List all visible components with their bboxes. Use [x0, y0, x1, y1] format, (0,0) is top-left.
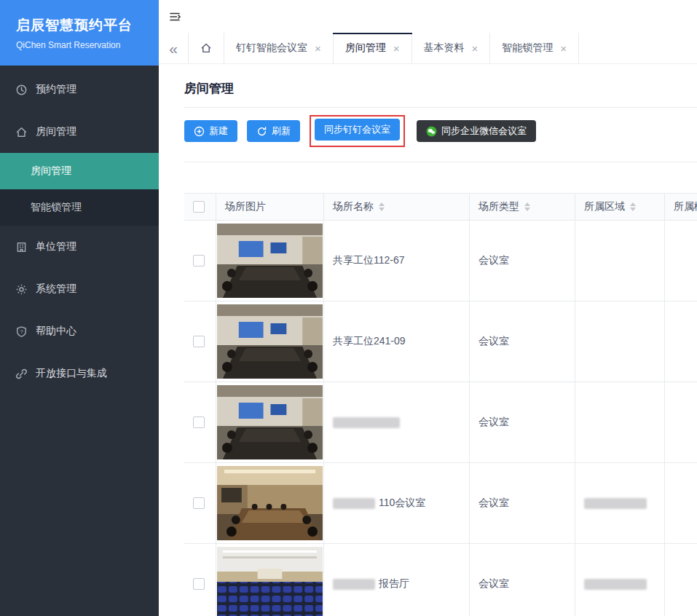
- room-photo-cell: [216, 221, 324, 301]
- room-type-cell: 会议室: [470, 221, 575, 301]
- room-name-cell: [324, 382, 470, 462]
- sort-asc-icon[interactable]: [630, 202, 636, 206]
- redacted-text: [584, 579, 647, 590]
- sidebar-item-label: 预约管理: [36, 83, 76, 96]
- col-header-name[interactable]: 场所名称: [324, 194, 470, 220]
- close-icon[interactable]: ×: [315, 43, 321, 54]
- row-select-cell: [184, 221, 216, 301]
- room-type: 会议室: [479, 416, 509, 429]
- room-type-cell: 会议室: [470, 463, 575, 543]
- sidebar-item-开放接口与集成[interactable]: 开放接口与集成: [0, 352, 159, 395]
- col-label: 场所名称: [333, 200, 374, 213]
- collapse-tabs-icon[interactable]: «: [159, 33, 189, 63]
- room-name: 110会议室: [379, 497, 425, 510]
- tab-list-host: 钉钉智能会议室 × 房间管理 × 基本资料 × 智能锁管理 ×: [224, 33, 579, 63]
- room-type: 会议室: [479, 497, 509, 510]
- tab-钉钉智能会议室[interactable]: 钉钉智能会议室 ×: [224, 33, 334, 63]
- sort-control[interactable]: [630, 202, 636, 211]
- sidebar-header: 启辰智慧预约平台 QiChen Smart Reservation: [0, 0, 159, 66]
- app-window: 启辰智慧预约平台 QiChen Smart Reservation 预约管理 房…: [0, 0, 697, 616]
- collapse-sidebar-icon[interactable]: [168, 10, 181, 23]
- col-header-region[interactable]: 所属区域: [575, 194, 665, 220]
- room-floor-cell: [665, 301, 697, 382]
- sidebar-item-单位管理[interactable]: 单位管理: [0, 226, 159, 268]
- close-icon[interactable]: ×: [393, 43, 400, 54]
- sync-dingtalk-button[interactable]: 同步钉钉会议室: [315, 119, 400, 141]
- page-content: 房间管理 新建: [159, 64, 697, 616]
- main-area: « 钉钉智能会议室 × 房间管理 × 基本资料 × 智能锁管理 × 房间管理: [159, 0, 697, 616]
- row-checkbox[interactable]: [193, 416, 205, 428]
- tab-label: 智能锁管理: [502, 42, 553, 55]
- sidebar-item-预约管理[interactable]: 预约管理: [0, 68, 159, 111]
- sidebar-item-房间管理[interactable]: 房间管理: [0, 111, 159, 153]
- tab-label: 房间管理: [345, 42, 386, 55]
- room-photo-auditorium-blue: [217, 547, 323, 616]
- sort-control[interactable]: [379, 202, 385, 211]
- reservation-icon: [15, 84, 28, 96]
- tab-基本资料[interactable]: 基本资料 ×: [412, 33, 491, 63]
- row-checkbox[interactable]: [193, 336, 205, 347]
- sidebar-item-帮助中心[interactable]: ? 帮助中心: [0, 310, 159, 352]
- tab-bar: « 钉钉智能会议室 × 房间管理 × 基本资料 × 智能锁管理 ×: [159, 33, 697, 64]
- room-type: 会议室: [479, 254, 509, 267]
- sidebar-subitem-label: 智能锁管理: [31, 201, 82, 214]
- close-icon[interactable]: ×: [472, 43, 479, 54]
- room-type: 会议室: [479, 577, 509, 591]
- row-checkbox[interactable]: [193, 497, 205, 509]
- room-name-cell: 共享工位241-09: [324, 301, 470, 382]
- sort-asc-icon[interactable]: [379, 202, 385, 206]
- room-name: 共享工位241-09: [333, 335, 406, 348]
- sidebar-subitem-智能锁管理[interactable]: 智能锁管理: [0, 189, 159, 226]
- select-all-checkbox[interactable]: [193, 201, 205, 213]
- room-name-cell: 110会议室: [324, 463, 470, 543]
- row-checkbox[interactable]: [193, 578, 205, 590]
- close-icon[interactable]: ×: [560, 43, 567, 54]
- col-label: 所属区域: [584, 200, 625, 213]
- table-body: 共享工位112-67 会议室 共享工位241-09 会议室 会议室: [184, 221, 697, 616]
- topbar: [159, 0, 697, 33]
- sort-asc-icon[interactable]: [524, 202, 530, 206]
- row-select-cell: [184, 382, 216, 462]
- tab-房间管理[interactable]: 房间管理 ×: [334, 33, 412, 63]
- table-row: 会议室: [184, 382, 697, 463]
- col-header-floor[interactable]: 所属楼层: [665, 194, 697, 220]
- sort-desc-icon[interactable]: [379, 208, 385, 211]
- sidebar-subitem-房间管理[interactable]: 房间管理: [0, 153, 159, 189]
- room-floor-cell: [665, 382, 697, 462]
- tab-home[interactable]: [189, 33, 224, 63]
- building-icon: [15, 241, 28, 253]
- toolbar: 新建 刷新 同步钉钉会议室: [184, 115, 697, 147]
- sort-control[interactable]: [524, 202, 530, 211]
- rooms-table: 场所图片 场所名称 场所类型 所属区域 所属楼层: [184, 193, 697, 616]
- col-label: 所属楼层: [674, 200, 697, 213]
- room-region-cell: [575, 221, 665, 301]
- room-photo-meeting-room-dark: [217, 304, 323, 379]
- refresh-button[interactable]: 刷新: [247, 120, 300, 142]
- home-icon: [15, 126, 28, 138]
- sidebar-item-系统管理[interactable]: 系统管理: [0, 268, 159, 310]
- redacted-text: [584, 498, 647, 509]
- row-select-cell: [184, 463, 216, 543]
- sidebar-item-label: 帮助中心: [36, 325, 76, 338]
- new-button[interactable]: 新建: [184, 120, 237, 142]
- refresh-icon: [256, 126, 267, 137]
- wechat-icon: [426, 126, 437, 137]
- room-name-cell: 报告厅: [324, 544, 470, 616]
- col-header-type[interactable]: 场所类型: [470, 194, 575, 220]
- tab-智能锁管理[interactable]: 智能锁管理 ×: [490, 33, 579, 63]
- sidebar-item-label: 系统管理: [36, 283, 76, 296]
- sort-desc-icon[interactable]: [630, 208, 636, 211]
- table-row: 共享工位241-09 会议室: [184, 301, 697, 382]
- help-icon: ?: [15, 325, 28, 338]
- sidebar-item-label: 开放接口与集成: [36, 367, 107, 380]
- sort-desc-icon[interactable]: [524, 208, 530, 211]
- sync-wechat-button[interactable]: 同步企业微信会议室: [417, 120, 536, 142]
- refresh-button-label: 刷新: [272, 125, 291, 138]
- row-checkbox[interactable]: [193, 255, 205, 266]
- col-label: 场所类型: [479, 200, 519, 213]
- sidebar-menu: 预约管理 房间管理 房间管理 智能锁管理 单位管理 系统管理 ? 帮助中心 开放…: [0, 66, 159, 395]
- col-label: 场所图片: [225, 200, 266, 213]
- link-icon: [15, 368, 28, 380]
- room-photo-cell: [216, 301, 324, 382]
- room-region-cell: [575, 463, 665, 543]
